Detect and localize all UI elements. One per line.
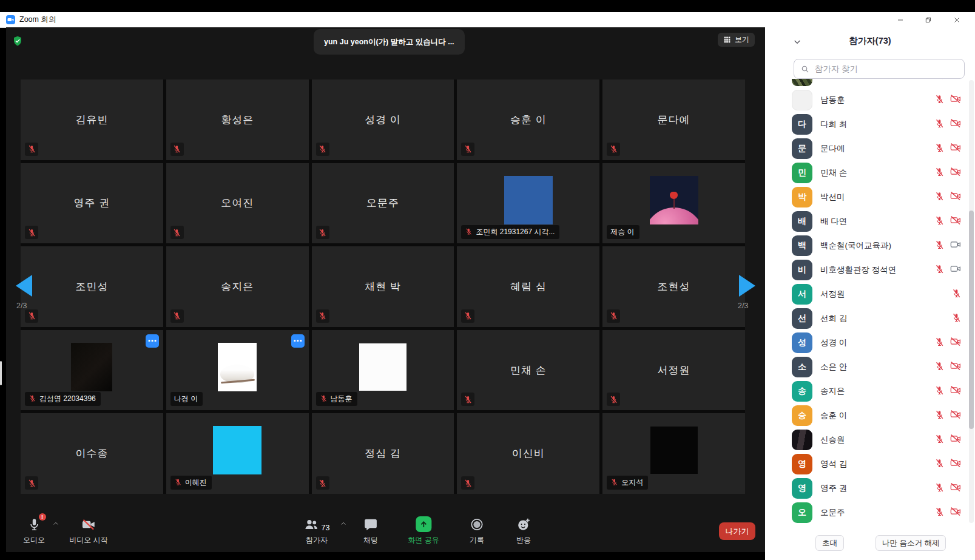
participant-row[interactable]: 서서정원 [765,282,970,306]
avatar: 백 [792,235,812,256]
participant-row[interactable]: 승승훈 이 [765,403,970,428]
audio-options-chevron[interactable] [52,520,59,527]
view-button[interactable]: 보기 [718,33,755,47]
mic-muted-icon [934,434,945,447]
video-tile[interactable]: 조민희 21931267 시각... [457,163,599,244]
participant-row[interactable]: 남동훈 [765,88,970,112]
video-tile[interactable]: 조민성 [21,246,163,327]
name-label: 조민희 21931267 시각... [461,225,559,239]
toolbar-reactions-button[interactable]: 반응 [516,516,531,545]
participant-row[interactable]: 오오문주 [765,501,970,523]
participant-row[interactable]: 비비호생활관장 정석연 [765,258,970,282]
panel-footer: 초대 나만 음소거 해제 [765,523,975,560]
mic-muted-icon [934,458,945,471]
participant-row[interactable]: 영영석 김 [765,452,970,476]
video-tile[interactable]: 민채 손 [457,330,599,411]
participant-row[interactable]: 문문다예 [765,137,970,161]
participant-row[interactable]: 송송지은 [765,379,970,403]
video-tile[interactable]: 김유빈 [21,79,163,160]
participant-row[interactable]: 소소은 안 [765,355,970,379]
avatar: 비 [792,260,812,280]
video-tile[interactable]: 오문주 [312,163,454,244]
toolbar-chat-button[interactable]: 채팅 [363,516,379,545]
mic-muted-icon [316,309,329,323]
video-tile[interactable]: 송지은 [166,246,309,327]
participant-row[interactable]: 민민채 손 [765,161,970,185]
video-grid: 김유빈황성은성경 이승훈 이문다예영주 권오여진오문주조민희 21931267 … [21,79,745,494]
video-tile[interactable]: 조현성 [602,246,745,327]
participant-row[interactable]: 다다희 최 [765,112,970,137]
participant-row[interactable]: 배배 다연 [765,209,970,234]
previous-page-arrow[interactable] [16,275,32,297]
mic-muted-icon [951,288,962,301]
participant-name: 조민희 21931267 시각... [476,227,555,237]
video-tile[interactable]: 서정원 [602,330,745,411]
video-tile[interactable]: 김성영 22034396⋯ [21,330,163,411]
participant-search[interactable] [794,59,965,79]
view-button-label: 보기 [735,35,749,45]
video-tile[interactable]: 혜림 심 [457,246,599,327]
video-tile[interactable]: 영주 권 [21,163,163,244]
participant-name: 서정원 [602,330,745,411]
participant-name: 정심 김 [312,413,454,494]
toolbar-record-button[interactable]: 기록 [470,516,485,545]
page-indicator-left: 2/3 [16,302,27,310]
chat-icon [363,516,379,532]
toolbar-audio-button[interactable]: ! 오디오 [23,516,45,545]
participant-row[interactable]: 신승원 [765,428,970,452]
panel-scrollbar-thumb[interactable] [969,211,974,429]
avatar: 배 [792,211,812,232]
participant-row[interactable]: 백백순철(국어교육과) [765,234,970,258]
leave-button[interactable]: 나가기 [719,522,755,540]
toolbar-share-label: 화면 공유 [408,535,439,545]
camera-off-icon [950,505,962,520]
toolbar-video-button[interactable]: 비디오 시작 [69,516,107,545]
toolbar-participants-button[interactable]: 73 참가자 [304,516,330,545]
close-button[interactable] [946,12,967,27]
name-label: 남동훈 [316,392,357,406]
participants-options-chevron[interactable] [340,520,347,527]
video-tile[interactable]: 문다예 [602,79,745,160]
participant-name: 승훈 이 [820,410,847,421]
unmute-self-button[interactable]: 나만 음소거 해제 [875,535,946,551]
participant-name: 조현성 [602,246,745,327]
video-tile[interactable]: 오여진 [166,163,309,244]
search-input[interactable] [814,64,964,74]
video-tile[interactable]: 채현 박 [312,246,454,327]
minimize-button[interactable] [890,12,911,27]
active-speaker-indicator: yun Ju yeon이(가) 말하고 있습니다 ... [314,29,465,55]
participant-name: 황성은 [166,79,309,160]
side-drawer-handle[interactable] [0,361,2,385]
participant-name: 오문주 [312,163,454,244]
participant-row[interactable]: 영영주 권 [765,476,970,501]
video-tile[interactable]: 오지석 [602,413,745,494]
video-tile[interactable]: 정심 김 [312,413,454,494]
video-tile[interactable]: 이신비 [457,413,599,494]
camera-off-icon [950,481,962,496]
participant-name: 이혜진 [185,477,207,488]
video-tile[interactable]: 성경 이 [312,79,454,160]
participant-row[interactable]: 성성경 이 [765,331,970,355]
participant-row[interactable]: 선선희 김 [765,306,970,331]
more-options-button[interactable]: ⋯ [146,334,159,348]
video-tile[interactable]: 승훈 이 [457,79,599,160]
more-options-button[interactable]: ⋯ [291,334,305,348]
video-tile[interactable]: 이혜진 [166,413,309,494]
participant-row[interactable]: 박박선미 [765,185,970,209]
avatar: 문 [792,138,812,159]
video-tile[interactable]: 제승 이 [602,163,745,244]
video-tile[interactable]: 황성은 [166,79,309,160]
invite-button[interactable]: 초대 [815,535,844,551]
mic-muted-icon [316,143,329,156]
restore-button[interactable] [918,12,939,27]
video-tile[interactable]: 남동훈 [312,330,454,411]
security-shield-icon[interactable] [12,35,23,47]
participant-row[interactable] [765,79,970,88]
panel-scrollbar[interactable] [969,80,974,523]
video-tile[interactable]: 이수종 [21,413,163,494]
next-page-arrow[interactable] [739,275,755,297]
mic-muted-icon [25,226,38,239]
video-tile[interactable]: 나경 이⋯ [166,330,309,411]
participant-name: 영주 권 [820,483,847,494]
toolbar-share-button[interactable]: 화면 공유 [408,516,439,545]
